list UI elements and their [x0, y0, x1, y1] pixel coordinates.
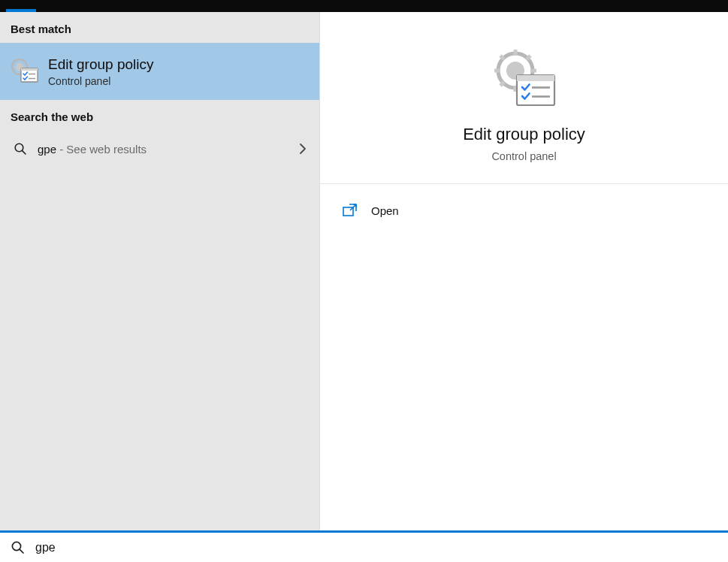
- svg-rect-10: [513, 50, 517, 56]
- chevron-right-icon: [298, 143, 307, 155]
- web-result-text: gpe - See web results: [38, 143, 288, 156]
- search-input[interactable]: [35, 541, 717, 554]
- svg-rect-18: [517, 75, 554, 81]
- svg-rect-13: [530, 69, 536, 73]
- active-tab-indicator: [6, 9, 36, 12]
- search-bar[interactable]: [0, 530, 728, 562]
- search-icon: [14, 142, 27, 156]
- open-icon: [343, 204, 358, 217]
- svg-line-23: [20, 549, 23, 553]
- preview-title: Edit group policy: [320, 125, 728, 144]
- open-action[interactable]: Open: [320, 196, 728, 225]
- svg-rect-3: [21, 68, 38, 71]
- title-bar: [0, 0, 728, 12]
- best-match-subtitle: Control panel: [48, 75, 153, 87]
- svg-rect-12: [494, 69, 500, 73]
- search-icon: [11, 540, 25, 554]
- web-suffix: - See web results: [56, 143, 147, 156]
- preview-subtitle: Control panel: [320, 150, 728, 162]
- svg-line-7: [23, 151, 26, 154]
- preview-actions: Open: [320, 184, 728, 237]
- best-match-text: Edit group policy Control panel: [48, 56, 153, 87]
- web-query: gpe: [38, 143, 56, 156]
- group-policy-icon: [9, 56, 39, 86]
- preview-pane: Edit group policy Control panel Open: [319, 12, 728, 530]
- group-policy-large-icon: [490, 47, 559, 116]
- main-area: Best match Edit: [0, 12, 728, 530]
- search-web-header: Search the web: [0, 100, 319, 131]
- open-label: Open: [371, 204, 399, 217]
- web-result-item[interactable]: gpe - See web results: [0, 131, 319, 167]
- results-pane: Best match Edit: [0, 12, 319, 530]
- preview-header: Edit group policy Control panel: [320, 12, 728, 184]
- best-match-title: Edit group policy: [48, 56, 153, 74]
- best-match-header: Best match: [0, 12, 319, 43]
- best-match-item[interactable]: Edit group policy Control panel: [0, 43, 319, 100]
